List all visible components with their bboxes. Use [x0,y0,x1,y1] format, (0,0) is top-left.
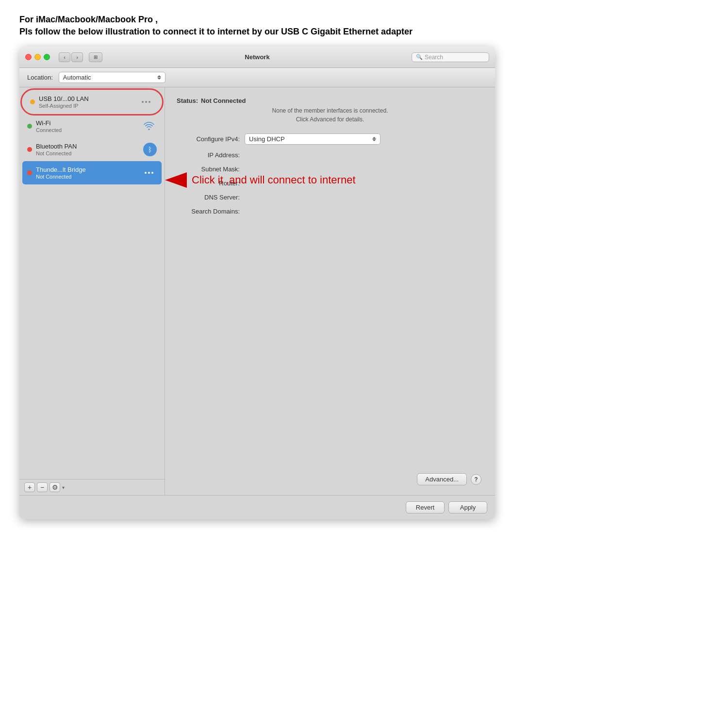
forward-button[interactable]: › [71,52,83,62]
configure-ipv4-row: Configure IPv4: Using DHCP [177,133,483,145]
close-button[interactable] [25,54,32,60]
help-button[interactable]: ? [471,474,481,485]
network-window: ‹ › ⊞ Network 🔍 Search Location: Automat… [19,47,495,519]
status-desc-line2: Click Advanced for details. [177,115,483,124]
ipv4-stepper-icon [372,137,376,141]
advanced-button[interactable]: Advanced... [417,473,467,485]
search-domains-row: Search Domains: [177,208,483,215]
status-description: None of the member interfaces is connect… [177,106,483,124]
search-domains-value [245,210,381,213]
usb-item-name: USB 10/...00 LAN [39,95,136,102]
status-row: Status: Not Connected [177,97,483,104]
detail-panel: Status: Not Connected None of the member… [165,87,495,495]
bluetooth-item-status: Not Connected [36,150,141,156]
grid-button[interactable]: ⊞ [89,52,102,62]
maximize-button[interactable] [44,54,50,60]
wifi-item-status: Connected [36,127,139,133]
bluetooth-item-name: Bluetooth PAN [36,143,141,150]
wifi-item-text: Wi-Fi Connected [36,119,139,133]
ip-address-label: IP Address: [177,151,240,159]
router-label: Router: [177,180,240,187]
sidebar-item-usb-wrapper: USB 10/...00 LAN Self-Assigned IP [22,90,162,114]
settings-button[interactable]: ⚙ [50,482,60,492]
bluetooth-status-dot [27,147,32,152]
sidebar-list: USB 10/...00 LAN Self-Assigned IP [19,87,165,479]
configure-ipv4-dropdown[interactable]: Using DHCP [245,133,381,145]
status-desc-line1: None of the member interfaces is connect… [177,106,483,115]
thunderbolt-item-status: Not Connected [36,174,139,180]
window-title: Network [245,53,269,61]
apply-button[interactable]: Apply [448,501,487,513]
minimize-button[interactable] [34,54,41,60]
bottom-action-row: Revert Apply [19,495,495,519]
revert-button[interactable]: Revert [406,501,445,513]
main-content: USB 10/...00 LAN Self-Assigned IP [19,87,495,495]
sidebar-item-wifi[interactable]: Wi-Fi Connected [22,115,162,138]
usb-status-dot [30,99,35,104]
status-value: Not Connected [201,97,246,104]
configure-ipv4-value: Using DHCP [249,135,285,143]
sidebar-item-thunderbolt[interactable]: Thunde...lt Bridge Not Connected [22,161,162,184]
status-label: Status: [177,97,198,104]
back-button[interactable]: ‹ [59,52,70,62]
advanced-help-row: Advanced... ? [177,473,483,485]
search-input[interactable]: Search [425,54,485,61]
subnet-mask-value [245,168,381,171]
ip-address-row: IP Address: [177,151,483,159]
ip-address-value [245,154,381,157]
bluetooth-icon: ᛒ [143,143,157,156]
dns-server-label: DNS Server: [177,194,240,201]
traffic-lights [25,54,50,60]
instruction-line1: For iMac/Macbook/Macbook Pro , [19,15,709,25]
bluetooth-item-text: Bluetooth PAN Not Connected [36,143,141,156]
configure-ipv4-label: Configure IPv4: [177,135,240,143]
dns-server-row: DNS Server: [177,194,483,201]
location-label: Location: [27,74,53,81]
title-bar: ‹ › ⊞ Network 🔍 Search [19,47,495,68]
router-value [245,182,381,185]
instruction: For iMac/Macbook/Macbook Pro , Pls follo… [19,15,709,37]
wifi-svg-icon [143,122,155,131]
location-value: Automatic [63,74,91,81]
settings-arrow: ▾ [62,485,65,490]
sidebar-item-usb[interactable]: USB 10/...00 LAN Self-Assigned IP [25,90,159,114]
thunderbolt-item-icon [141,165,157,181]
wifi-icon [141,118,157,134]
search-icon: 🔍 [416,54,423,60]
instruction-line2: Pls follow the below illustration to con… [19,27,709,37]
add-interface-button[interactable]: + [24,482,35,492]
sidebar-toolbar: + − ⚙ ▾ [19,479,165,495]
thunderbolt-three-dots-icon [145,172,153,174]
usb-three-dots-icon [142,101,150,103]
sidebar-item-bluetooth[interactable]: Bluetooth PAN Not Connected ᛒ [22,139,162,160]
search-domains-label: Search Domains: [177,208,240,215]
usb-item-icon [138,94,154,110]
wifi-item-name: Wi-Fi [36,119,139,127]
nav-buttons: ‹ › [59,52,83,62]
thunderbolt-status-dot [27,170,32,175]
subnet-mask-row: Subnet Mask: [177,165,483,173]
usb-item-text: USB 10/...00 LAN Self-Assigned IP [39,95,136,109]
detail-spacer [177,222,483,467]
thunderbolt-item-text: Thunde...lt Bridge Not Connected [36,166,139,180]
dns-server-value [245,196,381,199]
remove-interface-button[interactable]: − [37,482,48,492]
usb-item-status: Self-Assigned IP [39,103,136,109]
thunderbolt-item-name: Thunde...lt Bridge [36,166,139,173]
bluetooth-symbol: ᛒ [148,146,152,153]
location-dropdown[interactable]: Automatic [59,72,165,83]
router-row: Router: [177,180,483,187]
location-stepper-icon [157,75,161,80]
sidebar: USB 10/...00 LAN Self-Assigned IP [19,87,165,495]
toolbar: Location: Automatic [19,68,495,87]
subnet-mask-label: Subnet Mask: [177,165,240,173]
search-box: 🔍 Search [412,52,489,62]
wifi-status-dot [27,124,32,129]
